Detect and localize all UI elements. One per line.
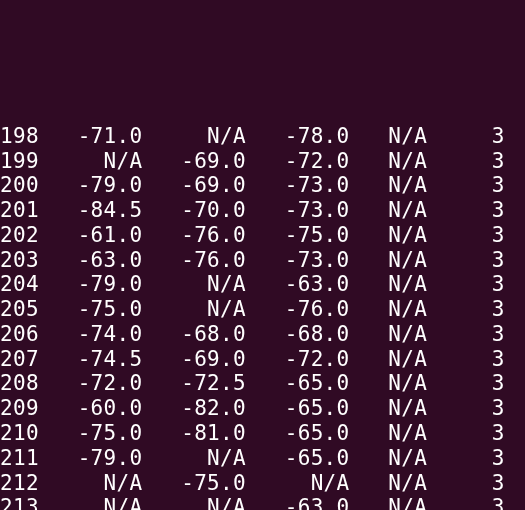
dataframe-row: 200 -79.0 -69.0 -73.0 N/A 3 (0, 173, 525, 198)
dataframe-row: 204 -79.0 N/A -63.0 N/A 3 (0, 272, 525, 297)
dataframe-row: 210 -75.0 -81.0 -65.0 N/A 3 (0, 421, 525, 446)
dataframe-row: 199 N/A -69.0 -72.0 N/A 3 (0, 149, 525, 174)
dataframe-row: 208 -72.0 -72.5 -65.0 N/A 3 (0, 371, 525, 396)
dataframe-row: 205 -75.0 N/A -76.0 N/A 3 (0, 297, 525, 322)
dataframe-row: 207 -74.5 -69.0 -72.0 N/A 3 (0, 347, 525, 372)
dataframe-row: 213 N/A N/A -63.0 N/A 3 (0, 495, 525, 510)
dataframe-row: 201 -84.5 -70.0 -73.0 N/A 3 (0, 198, 525, 223)
dataframe-row: 212 N/A -75.0 N/A N/A 3 (0, 471, 525, 496)
dataframe-row: 209 -60.0 -82.0 -65.0 N/A 3 (0, 396, 525, 421)
dataframe-row: 202 -61.0 -76.0 -75.0 N/A 3 (0, 223, 525, 248)
dataframe-rows: 198 -71.0 N/A -78.0 N/A 3199 N/A -69.0 -… (0, 124, 525, 510)
dataframe-row: 206 -74.0 -68.0 -68.0 N/A 3 (0, 322, 525, 347)
dataframe-row: 211 -79.0 N/A -65.0 N/A 3 (0, 446, 525, 471)
dataframe-row: 198 -71.0 N/A -78.0 N/A 3 (0, 124, 525, 149)
terminal-output: 198 -71.0 N/A -78.0 N/A 3199 N/A -69.0 -… (0, 74, 525, 510)
dataframe-row: 203 -63.0 -76.0 -73.0 N/A 3 (0, 248, 525, 273)
